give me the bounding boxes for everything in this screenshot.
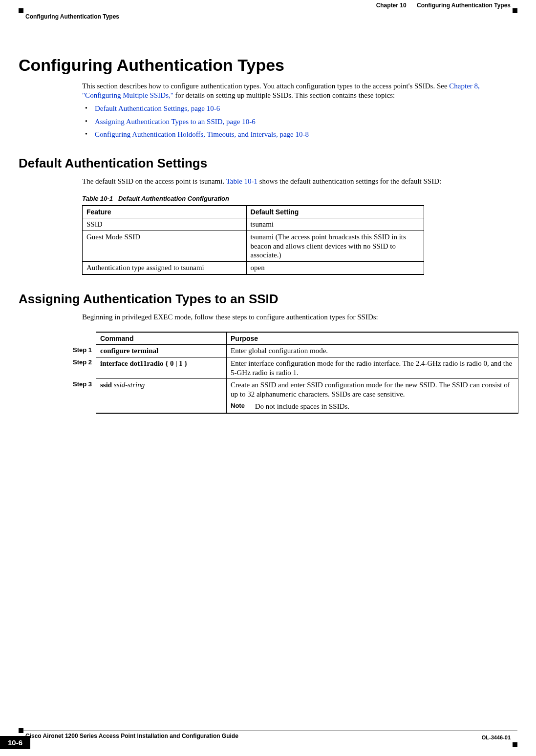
chapter-title: Configuring Authentication Types bbox=[417, 2, 511, 9]
page-title: Configuring Authentication Types bbox=[19, 56, 517, 75]
step-label: Step 2 bbox=[66, 357, 96, 379]
purpose-cell: Enter interface configuration mode for t… bbox=[227, 357, 518, 379]
footer-marker-icon bbox=[513, 742, 517, 747]
assign-intro: Beginning in privileged EXEC mode, follo… bbox=[82, 313, 515, 322]
page-header: Chapter 10 Configuring Authentication Ty… bbox=[19, 0, 517, 17]
chapter-line: Chapter 10 Configuring Authentication Ty… bbox=[376, 2, 511, 9]
subsection-heading: Assigning Authentication Types to an SSI… bbox=[19, 292, 517, 307]
default-auth-text-after: shows the default authentication setting… bbox=[259, 177, 441, 185]
th-feature: Feature bbox=[83, 206, 247, 218]
command-text: ssid bbox=[100, 381, 112, 389]
topic-link[interactable]: Assigning Authentication Types to an SSI… bbox=[95, 118, 256, 126]
step-label: Step 1 bbox=[66, 345, 96, 357]
header-marker-icon bbox=[19, 8, 23, 13]
section-breadcrumb: Configuring Authentication Types bbox=[25, 13, 119, 20]
purpose-cell: Create an SSID and enter SSID configurat… bbox=[227, 379, 518, 413]
footer-rule bbox=[19, 731, 517, 731]
command-tail: { 0 | 1 } bbox=[164, 359, 188, 367]
intro-text: This section describes how to configure … bbox=[82, 82, 449, 90]
topic-link[interactable]: Configuring Authentication Holdoffs, Tim… bbox=[95, 130, 309, 138]
step-label: Step 3 bbox=[66, 379, 96, 413]
topic-list-item: Assigning Authentication Types to an SSI… bbox=[82, 117, 515, 126]
page-footer: Cisco Aironet 1200 Series Access Point I… bbox=[19, 722, 517, 747]
command-cell: configure terminal bbox=[96, 345, 227, 357]
cell-feature: SSID bbox=[83, 218, 247, 231]
steps-table: Command Purpose Step 1 configure termina… bbox=[66, 332, 518, 414]
note-text: Do not include spaces in SSIDs. bbox=[255, 402, 511, 411]
default-auth-paragraph: The default SSID on the access point is … bbox=[82, 177, 515, 186]
topic-list-item: Configuring Authentication Holdoffs, Tim… bbox=[82, 130, 515, 139]
cell-feature: Guest Mode SSID bbox=[83, 231, 247, 261]
intro-text-after: for details on setting up multiple SSIDs… bbox=[175, 91, 395, 99]
th-purpose: Purpose bbox=[227, 332, 518, 345]
cell-value: tsunami (The access point broadcasts thi… bbox=[246, 231, 424, 261]
table-caption-title: Default Authentication Configuration bbox=[118, 195, 229, 202]
step-row: Step 2 interface dot11radio { 0 | 1 } En… bbox=[66, 357, 518, 379]
command-italic: ssid-string bbox=[112, 381, 145, 389]
header-marker-icon bbox=[513, 8, 517, 13]
step-row: Step 1 configure terminal Enter global c… bbox=[66, 345, 518, 357]
header-rule bbox=[19, 11, 517, 11]
topic-link[interactable]: Default Authentication Settings, page 10… bbox=[95, 105, 220, 112]
table-row: SSID tsunami bbox=[83, 218, 424, 231]
table-row: Authentication type assigned to tsunami … bbox=[83, 262, 424, 274]
th-default: Default Setting bbox=[246, 206, 424, 218]
command-text: configure terminal bbox=[100, 347, 158, 355]
purpose-cell: Enter global configuration mode. bbox=[227, 345, 518, 357]
intro-paragraph: This section describes how to configure … bbox=[82, 82, 515, 139]
table-10-1-link[interactable]: Table 10-1 bbox=[226, 177, 257, 185]
book-title: Cisco Aironet 1200 Series Access Point I… bbox=[25, 733, 238, 739]
table-row: Guest Mode SSID tsunami (The access poin… bbox=[83, 231, 424, 261]
topic-list-item: Default Authentication Settings, page 10… bbox=[82, 104, 515, 113]
table-caption: Table 10-1 Default Authentication Config… bbox=[82, 195, 517, 202]
command-cell: interface dot11radio { 0 | 1 } bbox=[96, 357, 227, 379]
command-cell: ssid ssid-string bbox=[96, 379, 227, 413]
assign-intro-text: Beginning in privileged EXEC mode, follo… bbox=[82, 313, 515, 322]
note-label: Note bbox=[231, 402, 253, 410]
table-caption-number: Table 10-1 bbox=[82, 195, 113, 202]
document-id: OL-3446-01 bbox=[482, 735, 511, 740]
empty-cell bbox=[66, 332, 96, 345]
step-row: Step 3 ssid ssid-string Create an SSID a… bbox=[66, 379, 518, 413]
default-auth-text: The default SSID on the access point is … bbox=[82, 177, 226, 185]
command-text: interface dot11radio bbox=[100, 359, 164, 367]
default-auth-table: Feature Default Setting SSID tsunami Gue… bbox=[82, 205, 424, 275]
cell-feature: Authentication type assigned to tsunami bbox=[83, 262, 247, 274]
cell-value: tsunami bbox=[246, 218, 424, 231]
cell-value: open bbox=[246, 262, 424, 274]
topic-list: Default Authentication Settings, page 10… bbox=[82, 104, 515, 139]
page-number: 10-6 bbox=[0, 736, 30, 749]
chapter-number: Chapter 10 bbox=[376, 2, 407, 9]
purpose-text: Create an SSID and enter SSID configurat… bbox=[231, 380, 514, 399]
th-command: Command bbox=[96, 332, 227, 345]
subsection-heading: Default Authentication Settings bbox=[19, 156, 517, 171]
